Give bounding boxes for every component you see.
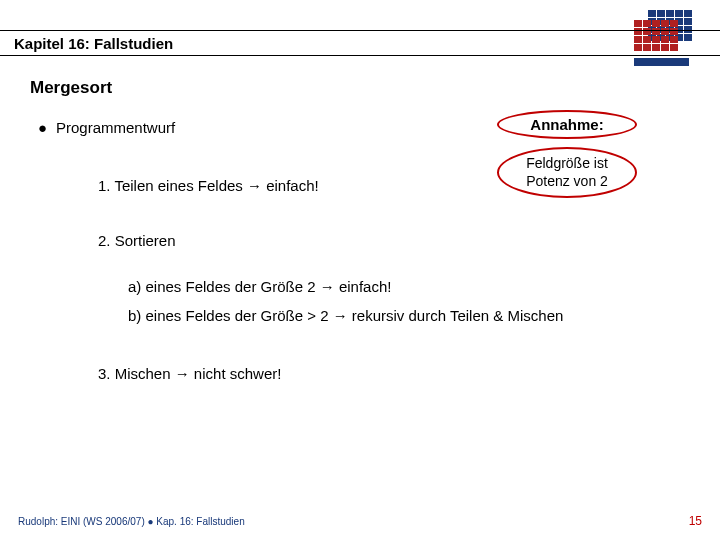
bullet-text: Programmentwurf [56,118,175,138]
item-2: 2. Sortieren [98,231,690,251]
bullet-icon: ● [38,118,56,138]
item-2b: b) eines Feldes der Größe > 2 → rekursiv… [128,306,690,326]
content-body: ● Programmentwurf 1. Teilen eines Feldes… [38,118,690,391]
chapter-bar: Kapitel 16: Fallstudien [0,30,720,56]
item-3: 3. Mischen → nicht schwer! [98,364,690,384]
item-1: 1. Teilen eines Feldes → einfach! [98,176,690,196]
page-number: 15 [689,514,702,528]
chapter-title: Kapitel 16: Fallstudien [14,35,173,52]
footer-left: Rudolph: EINI (WS 2006/07) ● Kap. 16: Fa… [18,516,245,527]
footer: Rudolph: EINI (WS 2006/07) ● Kap. 16: Fa… [18,514,702,528]
section-title: Mergesort [30,78,112,98]
item-2a: a) eines Feldes der Größe 2 → einfach! [128,277,690,297]
